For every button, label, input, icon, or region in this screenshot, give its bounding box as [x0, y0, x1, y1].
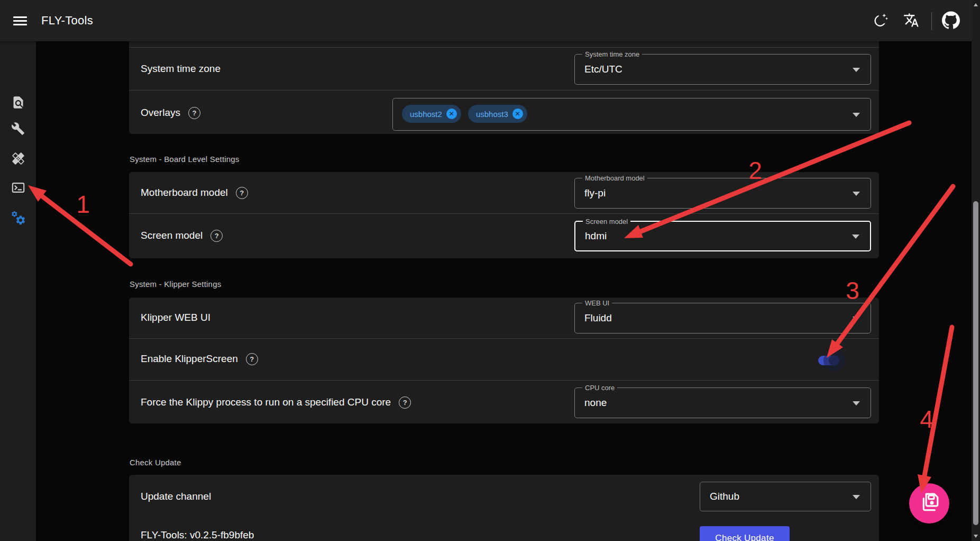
row-klipper-web-ui: Klipper WEB UI: [141, 311, 210, 324]
sidebar-item-tools[interactable]: [7, 119, 29, 140]
help-icon[interactable]: ?: [236, 187, 248, 199]
row-label: Enable KlipperScreen: [141, 353, 238, 365]
annotation-arrow-4: [924, 327, 952, 476]
update-channel-select[interactable]: Github: [700, 482, 871, 511]
row-update-channel: Update channel: [141, 490, 211, 503]
vertical-scrollbar[interactable]: [972, 0, 980, 541]
field-value: fly-pi: [584, 187, 606, 199]
chip-usbhost3[interactable]: usbhost3 ✕: [468, 105, 527, 123]
toolbar-divider: [931, 12, 932, 30]
app-window: FLY-Tools: [0, 0, 980, 541]
row-label: Force the Klippy process to run on a spe…: [141, 396, 391, 408]
settings-group-general: System time zone System time zone Etc/UT…: [129, 41, 879, 134]
row-label: Overlays: [141, 107, 180, 119]
terminal-icon: [11, 181, 25, 197]
chevron-down-icon[interactable]: [852, 235, 859, 239]
row-label: Klipper WEB UI: [141, 312, 210, 323]
screen-model-select[interactable]: Screen model hdmi: [574, 221, 871, 251]
field-value: Github: [710, 491, 739, 502]
translate-button[interactable]: [901, 11, 922, 32]
overlay-chips: usbhost2 ✕ usbhost3 ✕: [402, 105, 527, 123]
scrollbar-thumb[interactable]: [973, 201, 978, 525]
sidebar-item-terminal[interactable]: [7, 178, 29, 199]
page-title: FLY-Tools: [41, 0, 93, 41]
row-screen-model: Screen model ?: [141, 229, 223, 242]
row-motherboard-model: Motherboard model ?: [141, 186, 248, 199]
healing-icon: [11, 151, 25, 168]
row-klippy-cpu-core: Force the Klippy process to run on a spe…: [141, 396, 411, 409]
field-label: System time zone: [582, 50, 642, 58]
chip-usbhost2[interactable]: usbhost2 ✕: [402, 105, 461, 123]
settings-group-klipper: Klipper WEB UI WEB UI Fluidd Enable Klip…: [129, 297, 879, 423]
klipperscreen-toggle-thumb[interactable]: [829, 355, 839, 366]
chevron-down-icon[interactable]: [853, 192, 860, 196]
save-fab-button[interactable]: [909, 483, 949, 524]
github-link-button[interactable]: [940, 11, 961, 32]
sidebar-item-settings[interactable]: [7, 208, 29, 229]
field-value: Etc/UTC: [584, 64, 622, 75]
save-all-icon: [919, 492, 940, 515]
field-label: Screen model: [583, 218, 630, 226]
settings-gears-icon: [11, 210, 26, 228]
annotation-number-1: 1: [76, 191, 90, 218]
settings-group-board-level: Motherboard model ? Motherboard model fl…: [129, 172, 879, 258]
klipper-web-ui-select[interactable]: WEB UI Fluidd: [574, 303, 871, 333]
settings-group-check-update: Update channel Github FLY-Tools: v0.2.5-…: [129, 475, 879, 541]
section-heading-check-update: Check Update: [130, 458, 181, 467]
help-icon[interactable]: ?: [188, 107, 200, 119]
row-system-time-zone: System time zone: [141, 62, 221, 75]
help-icon[interactable]: ?: [210, 230, 223, 242]
row-label: Update channel: [141, 491, 211, 502]
section-heading-board-level: System - Board Level Settings: [130, 155, 240, 164]
help-icon[interactable]: ?: [399, 396, 411, 409]
moon-stars-icon: [873, 12, 889, 30]
translate-icon: [903, 12, 919, 30]
row-label: Screen model: [141, 230, 203, 241]
scroll-up-icon[interactable]: [974, 3, 978, 6]
section-heading-klipper: System - Klipper Settings: [130, 279, 221, 288]
dark-mode-toggle-button[interactable]: [871, 11, 892, 32]
motherboard-model-select[interactable]: Motherboard model fly-pi: [574, 178, 871, 209]
annotation-arrow-1: [42, 196, 131, 264]
wrench-icon: [11, 122, 25, 138]
chip-label: usbhost3: [476, 110, 508, 119]
chip-label: usbhost2: [410, 110, 442, 119]
row-label: System time zone: [141, 63, 221, 75]
menu-icon[interactable]: [13, 14, 27, 27]
field-label: WEB UI: [582, 299, 612, 307]
chip-close-icon[interactable]: ✕: [446, 109, 457, 119]
row-label: Motherboard model: [141, 187, 228, 199]
scroll-down-icon[interactable]: [974, 535, 978, 538]
system-time-zone-select[interactable]: System time zone Etc/UTC: [574, 54, 871, 85]
check-update-button[interactable]: Check Update: [700, 526, 790, 541]
chip-close-icon[interactable]: ✕: [512, 109, 523, 119]
chevron-down-icon[interactable]: [853, 113, 860, 117]
field-value: none: [584, 397, 607, 409]
help-icon[interactable]: ?: [246, 353, 258, 365]
annotation-number-4: 4: [920, 405, 933, 433]
chevron-down-icon[interactable]: [853, 401, 860, 405]
chevron-down-icon[interactable]: [853, 317, 860, 321]
row-enable-klipperscreen: Enable KlipperScreen ?: [141, 353, 258, 365]
sidebar-item-find-in-page[interactable]: [7, 93, 29, 114]
sidebar-item-patches[interactable]: [7, 149, 29, 170]
field-label: CPU core: [582, 384, 617, 392]
chevron-down-icon[interactable]: [853, 495, 860, 499]
chevron-down-icon[interactable]: [853, 68, 860, 72]
cpu-core-select[interactable]: CPU core none: [574, 387, 871, 418]
field-label: Motherboard model: [582, 174, 647, 182]
find-in-page-icon: [11, 95, 25, 112]
field-value: Fluidd: [584, 312, 612, 324]
github-icon: [942, 11, 960, 31]
field-value: hdmi: [585, 230, 607, 242]
row-overlays: Overlays ?: [141, 106, 200, 119]
version-text: FLY-Tools: v0.2.5-fb9bfeb: [141, 529, 254, 541]
top-app-bar: FLY-Tools: [0, 0, 980, 41]
left-sidebar: [0, 41, 36, 541]
